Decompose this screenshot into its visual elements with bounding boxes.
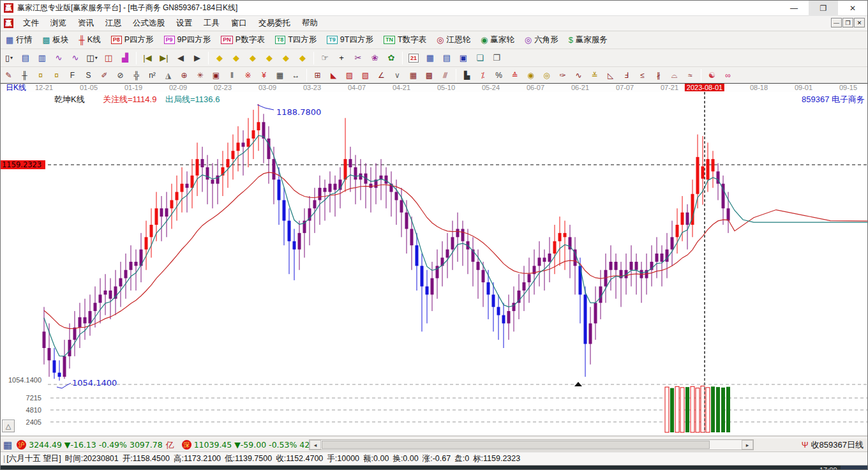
t-square-button[interactable]: T8T四方形 (270, 33, 322, 47)
grid2-tool[interactable]: ▦ (406, 69, 421, 82)
hexagon-button[interactable]: ◎六角形 (520, 33, 564, 47)
diamond-tool-4[interactable]: ◆ (262, 51, 277, 65)
arc-tool[interactable]: ⌓ (667, 69, 682, 82)
leaf-tool[interactable]: ✿ (384, 51, 399, 65)
p-number-button[interactable]: PNP数字表 (216, 33, 269, 47)
nav-first-button[interactable]: |◀ (140, 51, 155, 65)
compass-tool[interactable]: ⊘ (113, 69, 128, 82)
close-button[interactable]: ✕ (838, 1, 867, 16)
star-circle-tool[interactable]: ✳ (193, 69, 207, 82)
scroll-right-button[interactable]: ▸ (742, 440, 753, 450)
kline-period-dropdown[interactable]: ▯▾ (1, 51, 17, 65)
print-icon[interactable]: ❐ (489, 51, 504, 65)
crosshair-tool[interactable]: + (334, 51, 349, 65)
p-square-button[interactable]: P8P四方形 (106, 33, 159, 47)
t9-square-button[interactable]: T99T四方形 (322, 33, 378, 47)
golden-ring-tool[interactable]: ◎ (539, 69, 554, 82)
restore-button[interactable]: ❐ (809, 1, 838, 16)
save-icon[interactable]: ▣ (456, 51, 471, 65)
calculator-icon[interactable]: ▦ (423, 51, 438, 65)
ladder-tool[interactable]: ▙ (460, 69, 474, 82)
wave3-icon[interactable]: ∿ (51, 51, 66, 65)
walk-line-tool[interactable]: ∦ (651, 69, 666, 82)
golden-grid2-tool[interactable]: ¤ (49, 69, 64, 82)
fib-grid-tool[interactable]: F (65, 69, 80, 82)
scrollbar-thumb[interactable] (322, 441, 710, 449)
angle-ruler-tool[interactable]: ◮ (161, 69, 176, 82)
menu-1[interactable]: 浏览 (45, 16, 72, 31)
grid-tool[interactable]: ╬ (129, 69, 144, 82)
calendar-icon[interactable]: 21 (406, 51, 421, 65)
gann-box-tool[interactable]: ⊞ (310, 69, 325, 82)
cut-tool[interactable]: ✂ (350, 51, 366, 65)
square-number-tool[interactable]: n² (145, 69, 160, 82)
fan-tool[interactable]: ◣ (326, 69, 341, 82)
menu-8[interactable]: 交易委托 (253, 16, 296, 31)
f-line-tool[interactable]: Ⅎ (619, 69, 634, 82)
five-grid-tool[interactable]: S (81, 69, 96, 82)
winner-wheel-button[interactable]: ◉赢家轮 (475, 33, 520, 47)
nav-prev-button[interactable]: ◀ (173, 51, 188, 65)
diamond-tool-3[interactable]: ◆ (245, 51, 260, 65)
menu-7[interactable]: 窗口 (225, 16, 253, 31)
pen3-tool[interactable]: ✑ (555, 69, 570, 82)
wave2-tool[interactable]: ≈ (683, 69, 698, 82)
menu-5[interactable]: 设置 (170, 16, 198, 31)
expand-panel-button[interactable]: △ (2, 420, 15, 432)
grid3-tool[interactable]: ▩ (422, 69, 437, 82)
pattern-window-icon[interactable]: ▤ (18, 51, 33, 65)
winner-service-button[interactable]: $赢家服务 (564, 33, 613, 47)
mdi-close-button[interactable]: ✕ (854, 18, 865, 27)
nav-next-button[interactable]: ▶ (190, 51, 205, 65)
circle-cross-tool[interactable]: ⊕ (177, 69, 191, 82)
box-grid-tool[interactable]: ▣ (209, 69, 223, 82)
menu-6[interactable]: 工具 (198, 16, 225, 31)
fan-grid-tool[interactable]: ▧ (358, 69, 373, 82)
market-grid-icon[interactable]: ▦ (3, 439, 12, 451)
angle-line-tool[interactable]: ∠ (374, 69, 389, 82)
kline-button[interactable]: ╫K线 (74, 33, 106, 47)
candle-style-dropdown[interactable]: ◫▾ (84, 51, 100, 65)
infinity-icon[interactable]: ∞ (721, 69, 735, 82)
hand-tool[interactable]: ☞ (317, 51, 333, 65)
angle2-tool[interactable]: ◺ (603, 69, 618, 82)
wave-tool[interactable]: ∿ (571, 69, 586, 82)
notebook-icon[interactable]: ▤ (439, 51, 454, 65)
chart-scrollbar[interactable]: ◂ ▸ (309, 439, 754, 450)
menu-9[interactable]: 帮助 (296, 16, 324, 31)
taiji-icon[interactable]: ☯ (705, 69, 719, 82)
percent-retrace-tool[interactable]: ⁒ (475, 69, 490, 82)
v-line-tool[interactable]: ∨ (390, 69, 405, 82)
flower-tool[interactable]: ❀ (367, 51, 382, 65)
p9-square-button[interactable]: P99P四方形 (159, 33, 216, 47)
time-div-tool[interactable]: ‖ (225, 69, 239, 82)
pen-tool[interactable]: ✎ (1, 69, 16, 82)
ruler-grid-tool[interactable]: ▦ (273, 69, 287, 82)
god-grid-tool[interactable]: ※ (241, 69, 255, 82)
gann-wheel-button[interactable]: ◎江恩轮 (431, 33, 475, 47)
wave9-icon[interactable]: ∿ (68, 51, 83, 65)
blocks-button[interactable]: ▩板块 (37, 33, 73, 47)
golden-circle-tool[interactable]: ◉ (523, 69, 538, 82)
width-tool[interactable]: ↔ (288, 69, 303, 82)
diamond-tool-2[interactable]: ◆ (228, 51, 244, 65)
fan2-tool[interactable]: ▨ (342, 69, 357, 82)
golden-grid-tool[interactable]: ¤ (33, 69, 48, 82)
t-number-button[interactable]: TNT数字表 (378, 33, 431, 47)
diamond-tool-6[interactable]: ◆ (295, 51, 310, 65)
percent-line-tool[interactable]: ≙ (507, 69, 522, 82)
menu-0[interactable]: 文件 (17, 16, 45, 31)
note-icon[interactable]: ▥ (34, 51, 50, 65)
menu-3[interactable]: 江恩 (100, 16, 127, 31)
pen2-tool[interactable]: ✐ (97, 69, 112, 82)
quotes-button[interactable]: ▦行情 (1, 33, 37, 47)
chart-canvas[interactable]: 7215481024051054.1400 乾坤K线 关注线=1114.9 出局… (1, 92, 868, 436)
mdi-minimize-button[interactable]: — (831, 18, 842, 27)
lte-line-tool[interactable]: ≤ (635, 69, 650, 82)
win-grid-tool[interactable]: ¥ (257, 69, 271, 82)
menu-4[interactable]: 公式选股 (127, 16, 170, 31)
dual-kline-icon[interactable]: ◫ (101, 51, 116, 65)
menu-2[interactable]: 资讯 (72, 16, 100, 31)
gann-grid-tool[interactable]: ╫ (17, 69, 32, 82)
mdi-restore-button[interactable]: ❐ (842, 18, 853, 27)
